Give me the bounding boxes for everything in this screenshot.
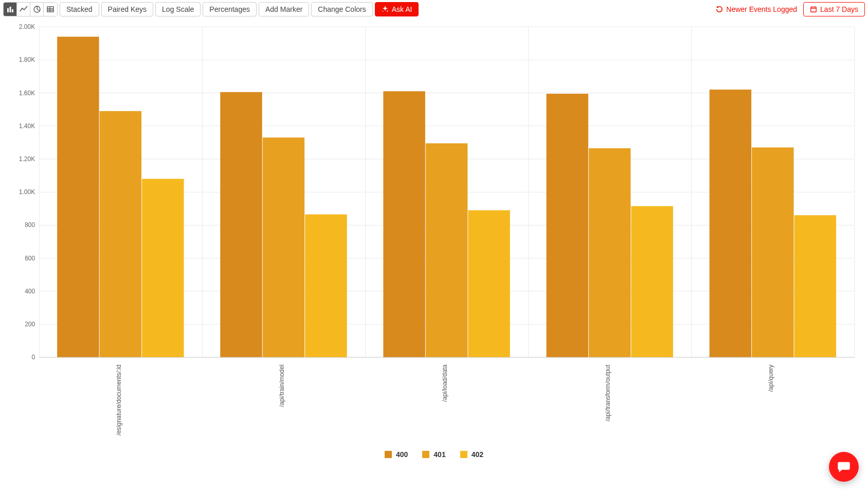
pie-chart-icon[interactable] bbox=[30, 3, 44, 16]
y-tick-label: 400 bbox=[25, 288, 35, 295]
legend-swatch bbox=[460, 451, 467, 458]
bar-chart: 02004006008001.00K1.20K1.40K1.60K1.80K2.… bbox=[3, 22, 865, 445]
legend-label: 401 bbox=[433, 450, 445, 459]
chart-area: 02004006008001.00K1.20K1.40K1.60K1.80K2.… bbox=[3, 22, 865, 445]
bar[interactable] bbox=[142, 179, 184, 357]
change-colors-button[interactable]: Change Colors bbox=[311, 2, 372, 16]
bar[interactable] bbox=[468, 211, 510, 358]
svg-rect-2 bbox=[12, 9, 13, 12]
bar-chart-icon[interactable] bbox=[4, 3, 17, 16]
sparkle-icon bbox=[382, 6, 389, 13]
bar[interactable] bbox=[710, 90, 751, 357]
bar[interactable] bbox=[426, 143, 467, 357]
svg-rect-0 bbox=[7, 8, 9, 12]
bar[interactable] bbox=[220, 92, 262, 357]
legend-item[interactable]: 402 bbox=[460, 450, 483, 459]
ask-ai-button[interactable]: Ask AI bbox=[375, 2, 419, 16]
x-category-label: /api/train/model bbox=[278, 364, 285, 407]
bar[interactable] bbox=[631, 206, 673, 357]
legend-item[interactable]: 401 bbox=[422, 450, 445, 459]
svg-rect-4 bbox=[47, 7, 53, 12]
line-chart-icon[interactable] bbox=[17, 3, 30, 16]
legend-swatch bbox=[385, 451, 392, 458]
bar[interactable] bbox=[547, 94, 588, 357]
newer-events-label: Newer Events Logged bbox=[726, 5, 797, 13]
chart-type-switcher bbox=[3, 2, 58, 16]
legend-swatch bbox=[422, 451, 429, 458]
svg-rect-1 bbox=[9, 7, 11, 12]
y-tick-label: 200 bbox=[25, 321, 35, 328]
percentages-button[interactable]: Percentages bbox=[203, 2, 257, 16]
refresh-icon bbox=[716, 6, 723, 13]
chat-icon bbox=[837, 460, 851, 463]
x-category-label: /esignature/documents/:id bbox=[115, 364, 122, 435]
table-icon[interactable] bbox=[44, 3, 57, 16]
date-range-label: Last 7 Days bbox=[820, 5, 858, 13]
y-tick-label: 1.00K bbox=[19, 188, 35, 196]
calendar-icon bbox=[810, 6, 817, 13]
svg-point-9 bbox=[382, 11, 383, 12]
newer-events-link[interactable]: Newer Events Logged bbox=[712, 3, 801, 15]
log-scale-button[interactable]: Log Scale bbox=[155, 2, 201, 16]
add-marker-button[interactable]: Add Marker bbox=[259, 2, 309, 16]
legend-item[interactable]: 400 bbox=[385, 450, 408, 459]
x-category-label: /api/query bbox=[767, 364, 774, 392]
svg-rect-10 bbox=[811, 7, 817, 12]
svg-point-8 bbox=[387, 10, 388, 11]
bar[interactable] bbox=[589, 148, 630, 357]
stacked-button[interactable]: Stacked bbox=[60, 2, 99, 16]
y-tick-label: 1.40K bbox=[19, 122, 35, 130]
toolbar: Stacked Paired Keys Log Scale Percentage… bbox=[0, 0, 868, 19]
y-tick-label: 1.20K bbox=[19, 155, 35, 163]
legend-label: 402 bbox=[472, 450, 483, 459]
bar[interactable] bbox=[57, 37, 99, 357]
bar[interactable] bbox=[100, 111, 141, 358]
legend-label: 400 bbox=[396, 450, 408, 459]
ask-ai-label: Ask AI bbox=[392, 5, 412, 13]
y-tick-label: 2.00K bbox=[19, 23, 35, 30]
y-tick-label: 800 bbox=[25, 221, 35, 229]
y-tick-label: 0 bbox=[32, 354, 35, 361]
chart-legend: 400401402 bbox=[0, 445, 868, 463]
x-category-label: /api/load/data bbox=[441, 364, 448, 402]
y-tick-label: 600 bbox=[25, 255, 35, 262]
paired-keys-button[interactable]: Paired Keys bbox=[101, 2, 153, 16]
date-range-button[interactable]: Last 7 Days bbox=[803, 2, 865, 16]
y-tick-label: 1.60K bbox=[19, 90, 35, 97]
y-tick-label: 1.80K bbox=[19, 56, 35, 63]
x-category-label: /api/transform/output bbox=[604, 364, 611, 422]
bar[interactable] bbox=[752, 147, 793, 357]
bar[interactable] bbox=[305, 215, 347, 358]
bar[interactable] bbox=[383, 91, 425, 357]
bar[interactable] bbox=[263, 137, 304, 357]
bar[interactable] bbox=[794, 215, 836, 357]
